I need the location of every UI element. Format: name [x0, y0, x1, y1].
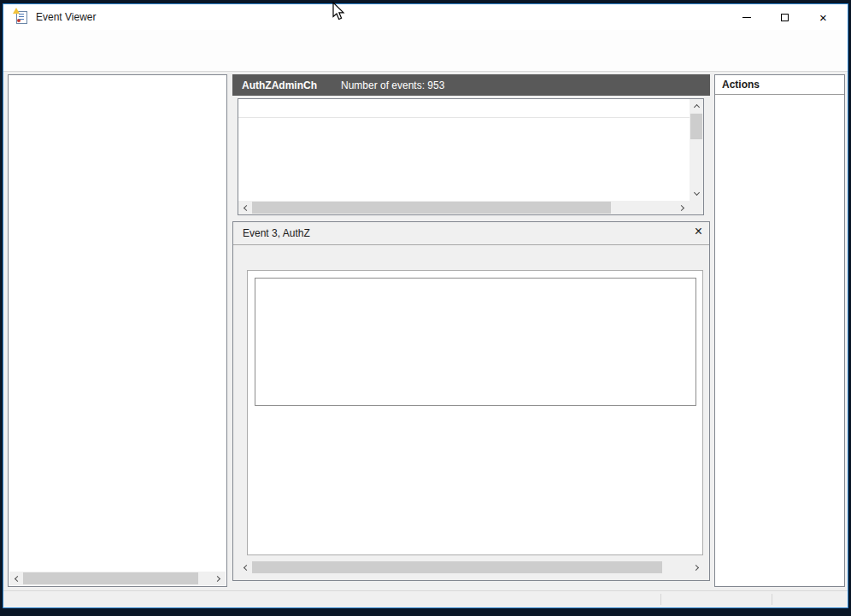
statusbar-divider	[660, 594, 661, 605]
events-panel-header: AuthZAdminCh Number of events: 953	[232, 74, 710, 96]
close-preview-icon[interactable]: ×	[695, 225, 702, 238]
scroll-down-icon[interactable]	[690, 187, 703, 201]
close-button[interactable]: ×	[804, 4, 842, 30]
events-scrollbar-thumb[interactable]	[690, 114, 702, 139]
scroll-right-icon[interactable]	[676, 201, 690, 214]
statusbar-divider	[772, 594, 772, 605]
scroll-left-icon[interactable]	[238, 201, 252, 214]
events-table-header	[238, 99, 690, 118]
event-detail-title: Event 3, AuthZ	[243, 227, 310, 239]
events-table	[238, 98, 704, 215]
console-tree	[9, 78, 226, 571]
scroll-right-icon[interactable]	[212, 572, 226, 585]
events-panel-title: AuthZAdminCh	[242, 79, 317, 91]
event-viewer-icon	[15, 10, 28, 24]
scrollbar-corner	[690, 201, 703, 214]
detail-scrollbar-thumb[interactable]	[252, 561, 662, 573]
tree-horizontal-scrollbar[interactable]	[9, 572, 226, 585]
events-table-rows	[238, 118, 690, 201]
events-hscrollbar-thumb[interactable]	[252, 202, 611, 214]
scroll-left-icon[interactable]	[9, 572, 23, 585]
actions-panel: Actions	[714, 74, 845, 587]
tree-scrollbar-thumb[interactable]	[23, 572, 198, 584]
content: AuthZAdminCh Number of events: 953 Event…	[3, 72, 848, 590]
statusbar	[3, 590, 848, 607]
window-title: Event Viewer	[36, 11, 96, 23]
minimize-icon	[742, 17, 751, 18]
scroll-right-icon[interactable]	[690, 560, 704, 574]
detail-horizontal-scrollbar[interactable]	[238, 560, 704, 574]
menubar	[3, 30, 848, 50]
scroll-up-icon[interactable]	[690, 99, 703, 113]
maximize-button[interactable]	[766, 4, 804, 30]
close-icon: ×	[819, 11, 827, 24]
titlebar: Event Viewer ×	[3, 4, 848, 30]
minimize-button[interactable]	[727, 4, 766, 30]
event-viewer-window: Event Viewer × AuthZAdminCh Number of ev…	[3, 3, 848, 608]
maximize-icon	[781, 14, 789, 21]
console-tree-panel	[8, 74, 227, 587]
events-horizontal-scrollbar[interactable]	[238, 201, 690, 214]
event-description[interactable]	[255, 278, 696, 406]
events-vertical-scrollbar[interactable]	[690, 99, 703, 201]
mouse-cursor	[332, 2, 345, 21]
event-detail-header: Event 3, AuthZ ×	[233, 222, 709, 245]
general-tab-page	[247, 270, 703, 555]
toolbar	[3, 50, 848, 72]
events-count: Number of events: 953	[341, 79, 444, 91]
event-detail-panel: Event 3, AuthZ ×	[232, 221, 710, 581]
actions-panel-title: Actions	[715, 75, 844, 95]
scroll-left-icon[interactable]	[238, 560, 252, 574]
